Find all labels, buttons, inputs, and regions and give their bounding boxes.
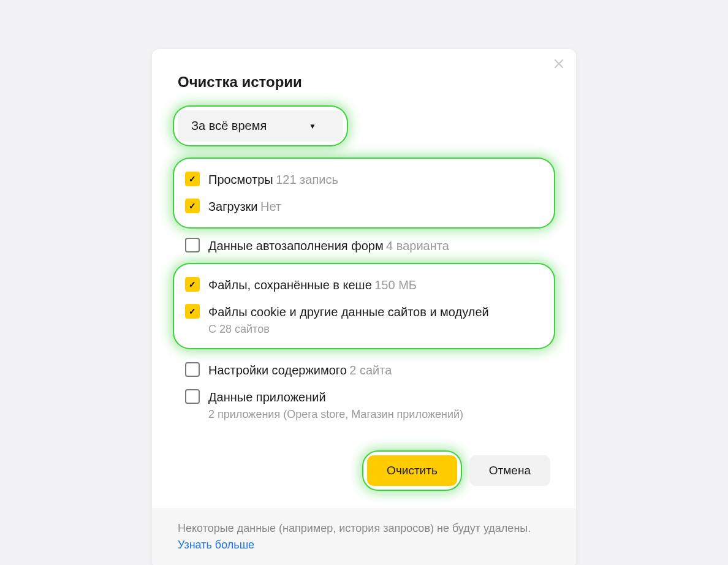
time-range-value: За всё время [191, 119, 267, 133]
option-group-highlight-2: ✓ Файлы, сохранённые в кеше 150 МБ ✓ Фай… [178, 268, 550, 344]
checkbox-cache[interactable]: ✓ [185, 277, 200, 292]
option-label: Файлы cookie и другие данные сайтов и мо… [208, 303, 489, 320]
option-hint: 121 запись [276, 173, 338, 186]
checkbox-downloads[interactable]: ✓ [185, 199, 200, 213]
time-range-select[interactable]: За всё время ▼ [178, 110, 343, 142]
option-downloads[interactable]: ✓ Загрузки Нет [181, 193, 543, 220]
option-autofill[interactable]: Данные автозаполнения форм 4 варианта [181, 232, 543, 259]
option-group-plain-2: Настройки содержимого 2 сайта Данные при… [178, 353, 550, 430]
option-sub: 2 приложения (Opera store, Магазин прило… [208, 408, 463, 421]
close-icon [555, 59, 563, 68]
option-cache[interactable]: ✓ Файлы, сохранённые в кеше 150 МБ [181, 271, 543, 298]
clear-history-dialog: Очистка истории За всё время ▼ ✓ Просмот… [152, 49, 576, 565]
option-group-highlight-1: ✓ Просмотры 121 запись ✓ Загрузки Нет [178, 162, 550, 224]
options-list: ✓ Просмотры 121 запись ✓ Загрузки Нет Да… [178, 162, 550, 430]
option-label: Загрузки [208, 200, 258, 213]
clear-button[interactable]: Очистить [367, 455, 457, 486]
option-apps[interactable]: Данные приложений 2 приложения (Opera st… [181, 384, 543, 426]
cancel-button[interactable]: Отмена [469, 455, 550, 486]
option-label: Просмотры [208, 173, 273, 186]
checkbox-apps[interactable] [185, 389, 200, 404]
dialog-footer: Некоторые данные (например, история запр… [152, 508, 576, 565]
time-range-highlight: За всё время ▼ [178, 110, 343, 142]
checkbox-content[interactable] [185, 362, 200, 377]
learn-more-link[interactable]: Узнать больше [178, 539, 254, 551]
checkbox-views[interactable]: ✓ [185, 172, 200, 186]
checkbox-autofill[interactable] [185, 238, 200, 252]
option-group-plain-1: Данные автозаполнения форм 4 варианта [178, 229, 550, 263]
option-cookies[interactable]: ✓ Файлы cookie и другие данные сайтов и … [181, 298, 543, 341]
dialog-title: Очистка истории [178, 74, 550, 91]
option-hint: 4 варианта [386, 239, 449, 252]
option-views[interactable]: ✓ Просмотры 121 запись [181, 166, 543, 193]
dialog-body: Очистка истории За всё время ▼ ✓ Просмот… [152, 49, 576, 508]
option-label: Настройки содержимого [208, 363, 347, 377]
close-button[interactable] [553, 58, 565, 70]
dialog-actions: Очистить Отмена [178, 455, 550, 486]
footer-note: Некоторые данные (например, история запр… [178, 522, 531, 534]
option-content[interactable]: Настройки содержимого 2 сайта [181, 357, 543, 384]
option-label: Данные автозаполнения форм [208, 239, 384, 252]
option-label: Файлы, сохранённые в кеше [208, 278, 372, 292]
checkbox-cookies[interactable]: ✓ [185, 304, 200, 319]
chevron-down-icon: ▼ [309, 122, 316, 131]
option-sub: С 28 сайтов [208, 323, 489, 336]
option-label: Данные приложений [208, 389, 463, 406]
clear-button-highlight: Очистить [367, 455, 457, 486]
option-hint: 2 сайта [349, 363, 392, 377]
option-hint: 150 МБ [374, 278, 417, 292]
option-hint: Нет [260, 200, 281, 213]
